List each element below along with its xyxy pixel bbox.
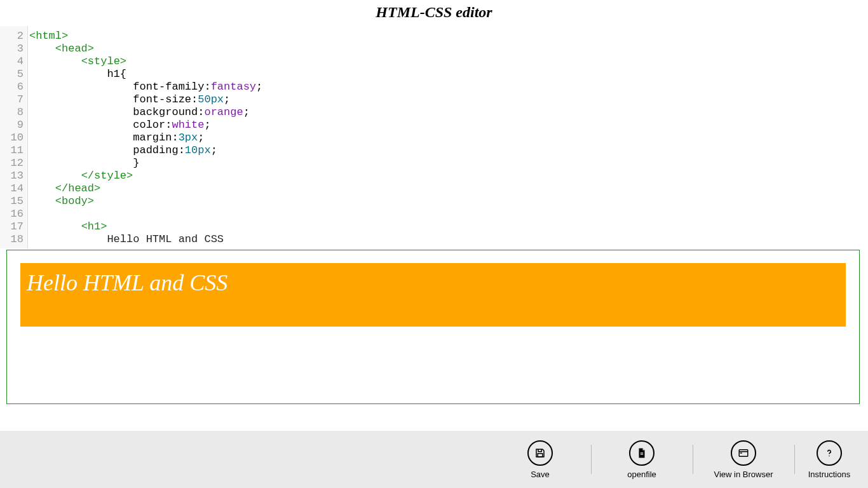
open-file-button[interactable]: openfile — [591, 431, 693, 488]
line-number: 10 — [0, 132, 27, 144]
help-icon — [817, 440, 842, 466]
line-number: 6 — [0, 81, 27, 93]
code-content[interactable]: <html> <head> <style> h1{ font-family:fa… — [28, 26, 868, 248]
save-label: Save — [531, 470, 550, 479]
instructions-label: Instructions — [808, 470, 850, 479]
svg-rect-5 — [740, 452, 742, 454]
svg-rect-2 — [641, 454, 644, 454]
line-number: 15 — [0, 195, 27, 208]
svg-rect-0 — [538, 453, 543, 456]
svg-rect-1 — [641, 452, 644, 453]
line-number: 18 — [0, 233, 27, 246]
open-file-label: openfile — [627, 470, 656, 479]
line-number: 4 — [0, 55, 27, 68]
line-number: 9 — [0, 119, 27, 132]
line-number: 2 — [0, 30, 27, 43]
line-number: 11 — [0, 144, 27, 157]
line-number: 7 — [0, 93, 27, 106]
app-title: HTML-CSS editor — [0, 0, 868, 26]
browser-icon — [731, 440, 756, 466]
file-icon — [629, 440, 654, 466]
view-in-browser-button[interactable]: View in Browser — [693, 431, 794, 488]
save-button[interactable]: Save — [489, 431, 591, 488]
preview-heading: Hello HTML and CSS — [20, 263, 846, 327]
line-number: 16 — [0, 208, 27, 220]
line-number: 3 — [0, 43, 27, 55]
line-number: 5 — [0, 68, 27, 81]
live-preview: Hello HTML and CSS — [6, 250, 860, 404]
svg-point-6 — [829, 455, 830, 456]
instructions-button[interactable]: Instructions — [794, 431, 864, 488]
view-in-browser-label: View in Browser — [714, 470, 773, 479]
code-editor[interactable]: 23456789101112131415161718 <html> <head>… — [0, 26, 868, 248]
line-number: 12 — [0, 157, 27, 170]
line-number: 13 — [0, 170, 27, 182]
command-bar: Save openfile View in Browser Instructio… — [0, 431, 868, 488]
save-icon — [527, 440, 553, 466]
line-number-gutter: 23456789101112131415161718 — [0, 26, 28, 248]
line-number: 14 — [0, 182, 27, 195]
line-number: 8 — [0, 106, 27, 119]
line-number: 17 — [0, 220, 27, 233]
